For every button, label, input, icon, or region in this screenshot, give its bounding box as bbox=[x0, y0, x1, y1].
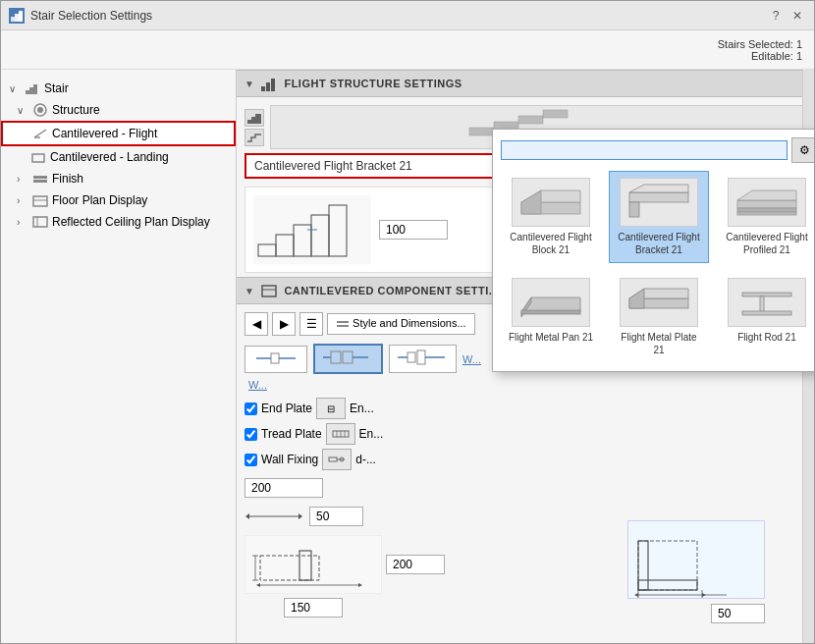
close-button[interactable]: ✕ bbox=[788, 7, 806, 25]
svg-point-7 bbox=[37, 107, 43, 113]
dim5-row: 50 bbox=[627, 604, 765, 623]
svg-rect-80 bbox=[737, 200, 796, 208]
tree-item-cantilevered-landing[interactable]: Cantilevered - Landing bbox=[1, 146, 236, 168]
left-dim-icon bbox=[244, 346, 307, 373]
svg-rect-86 bbox=[521, 310, 580, 314]
tree-item-finish[interactable]: › Finish bbox=[1, 168, 236, 189]
svg-rect-23 bbox=[469, 128, 494, 135]
app-icon bbox=[9, 8, 25, 24]
tree-item-structure[interactable]: ∨ Structure bbox=[1, 99, 236, 121]
finish-icon bbox=[32, 171, 48, 187]
left-panel: ∨ Stair ∨ Structure bbox=[1, 70, 237, 643]
bracket21-img bbox=[620, 178, 698, 227]
dimension-value-1[interactable]: 100 bbox=[379, 220, 448, 240]
wall-fixing-checkbox[interactable] bbox=[244, 454, 257, 466]
tread-plate-icon-btn[interactable] bbox=[326, 423, 355, 445]
dim4-input[interactable]: 150 bbox=[284, 598, 343, 617]
wall-fixing-icon-btn[interactable] bbox=[322, 449, 352, 470]
right-dim-icon bbox=[389, 345, 457, 373]
preview-icon2[interactable] bbox=[244, 129, 264, 146]
popup-item-rod21[interactable]: Flight Rod 21 bbox=[717, 271, 814, 363]
window-title: Stair Selection Settings bbox=[30, 9, 152, 23]
prev-button[interactable]: ◀ bbox=[244, 312, 268, 336]
metal-pan-label: Flight Metal Pan 21 bbox=[509, 331, 593, 344]
svg-rect-33 bbox=[262, 286, 276, 296]
tread-plate-checkbox[interactable] bbox=[244, 428, 257, 441]
svg-rect-0 bbox=[11, 17, 15, 22]
svg-marker-79 bbox=[629, 185, 688, 192]
svg-rect-20 bbox=[247, 120, 251, 124]
popup-item-metal-pan[interactable]: Flight Metal Pan 21 bbox=[501, 271, 601, 363]
svg-marker-89 bbox=[629, 289, 644, 308]
svg-rect-12 bbox=[33, 180, 47, 183]
component-title: CANTILEVERED COMPONENT SETTI... bbox=[284, 285, 499, 296]
end-plate-icon-btn[interactable]: ⊟ bbox=[316, 398, 346, 419]
dim2-input[interactable]: 50 bbox=[309, 507, 363, 526]
rod21-svg bbox=[733, 283, 801, 322]
svg-rect-52 bbox=[329, 457, 337, 461]
right-bracket-svg bbox=[396, 348, 450, 367]
section-toggle-component[interactable]: ▼ bbox=[244, 286, 254, 296]
floor-plan-label: Floor Plan Display bbox=[52, 193, 147, 207]
svg-rect-92 bbox=[742, 311, 791, 315]
popup-search-input[interactable] bbox=[501, 140, 788, 160]
structure-icon bbox=[32, 102, 48, 118]
stairs-info: Stairs Selected: 1 Editable: 1 bbox=[718, 38, 802, 62]
right-section-svg bbox=[627, 520, 765, 599]
next-button[interactable]: ▶ bbox=[272, 312, 296, 336]
stairs-selected-label: Stairs Selected: bbox=[718, 38, 793, 50]
reflected-ceiling-label: Reflected Ceiling Plan Display bbox=[52, 215, 210, 229]
end-plate-suffix: En... bbox=[350, 402, 374, 415]
svg-rect-31 bbox=[329, 205, 347, 256]
dim3-input[interactable]: 200 bbox=[386, 555, 445, 574]
dim-inputs-area: 200 50 bbox=[244, 478, 806, 617]
svg-rect-25 bbox=[518, 116, 543, 124]
svg-rect-22 bbox=[255, 114, 261, 124]
cantilevered-landing-label: Cantilevered - Landing bbox=[50, 150, 169, 164]
popup-item-profiled21[interactable]: Cantilevered Flight Profiled 21 bbox=[717, 171, 814, 263]
popup-gear-button[interactable]: ⚙ bbox=[791, 137, 814, 163]
svg-marker-73 bbox=[702, 593, 706, 597]
editable-label: Editable: bbox=[751, 50, 793, 62]
style-dims-label: Style and Dimensions... bbox=[353, 317, 466, 329]
help-button[interactable]: ? bbox=[767, 7, 785, 25]
tread-plate-row: Tread Plate En... bbox=[244, 423, 806, 445]
popup-item-block21[interactable]: Cantilevered Flight Block 21 bbox=[501, 171, 601, 263]
svg-rect-17 bbox=[261, 86, 265, 91]
wall-fixing-label: Wall Fixing bbox=[261, 453, 318, 466]
svg-rect-30 bbox=[311, 215, 329, 256]
popup-item-metal-plate[interactable]: Flight Metal Plate 21 bbox=[609, 271, 709, 363]
svg-rect-26 bbox=[543, 110, 568, 118]
preview-icon1[interactable] bbox=[244, 109, 264, 127]
popup-item-bracket21[interactable]: Cantilevered Flight Bracket 21 bbox=[609, 171, 709, 263]
editable-value: 1 bbox=[796, 50, 802, 62]
tree-item-reflected-ceiling[interactable]: › Reflected Ceiling Plan Display bbox=[1, 211, 236, 233]
preview-svg2 bbox=[247, 132, 261, 143]
svg-rect-21 bbox=[251, 117, 255, 124]
svg-marker-64 bbox=[256, 583, 260, 587]
tree-item-cantilevered-flight[interactable]: Cantilevered - Flight bbox=[1, 121, 236, 146]
style-dims-button[interactable]: Style and Dimensions... bbox=[327, 313, 475, 335]
section-toggle-flight[interactable]: ▼ bbox=[244, 79, 254, 89]
main-content: ∨ Stair ∨ Structure bbox=[1, 70, 814, 643]
editable-info: Editable: 1 bbox=[718, 50, 802, 62]
metal-plate-svg bbox=[625, 283, 693, 322]
svg-marker-57 bbox=[299, 513, 302, 519]
wall-fixing-suffix: d-... bbox=[355, 453, 376, 466]
flight-structure-title: FLIGHT STRUCTURE SETTINGS bbox=[284, 78, 462, 89]
svg-rect-19 bbox=[271, 79, 275, 91]
list-button[interactable]: ☰ bbox=[299, 312, 323, 336]
width-link2-row: W... bbox=[244, 378, 806, 392]
tread-plate-suffix: En... bbox=[359, 427, 384, 441]
width-link2[interactable]: W... bbox=[248, 379, 267, 391]
profiled21-svg bbox=[733, 183, 801, 222]
dim5-input[interactable]: 50 bbox=[711, 604, 765, 623]
svg-rect-1 bbox=[15, 14, 19, 22]
dim1-input[interactable]: 200 bbox=[244, 478, 323, 498]
width-link1[interactable]: W... bbox=[462, 353, 481, 365]
main-window: Stair Selection Settings ? ✕ Stairs Sele… bbox=[0, 0, 815, 644]
end-plate-checkbox[interactable] bbox=[244, 402, 257, 415]
tree-item-stair[interactable]: ∨ Stair bbox=[1, 78, 236, 99]
tree-item-floor-plan[interactable]: › Floor Plan Display bbox=[1, 189, 236, 211]
popup-overlay: ⚙ Cantilevered Flight Block 21 bbox=[492, 129, 814, 372]
